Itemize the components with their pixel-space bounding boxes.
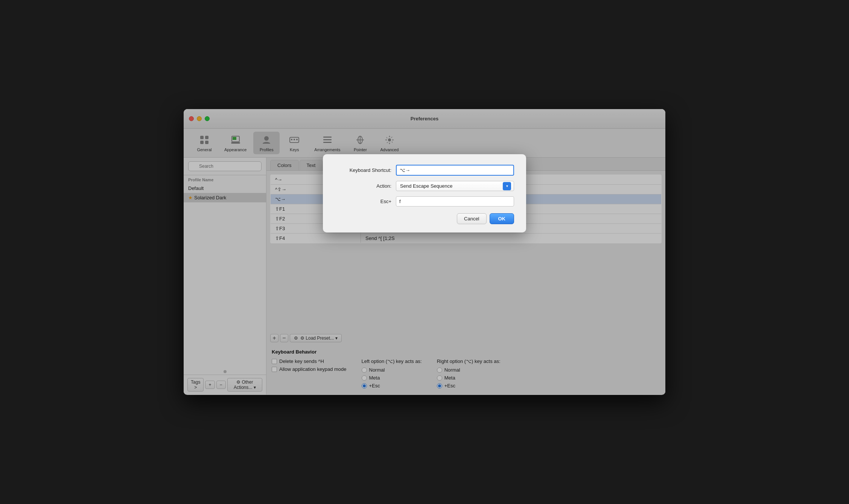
preferences-window: Preferences General Ap <box>184 109 665 395</box>
action-row: Action: Send Escape Sequence Send Text S… <box>335 181 514 191</box>
modal-overlay: Keyboard Shortcut: Action: Send Escape S… <box>184 109 665 395</box>
esc-row: Esc+ <box>335 196 514 206</box>
action-label: Action: <box>335 183 391 189</box>
shortcut-input[interactable] <box>396 165 514 176</box>
modal-buttons: Cancel OK <box>335 213 514 224</box>
ok-button[interactable]: OK <box>490 213 514 224</box>
cancel-button[interactable]: Cancel <box>457 213 486 224</box>
action-select-wrap: Send Escape Sequence Send Text Select Me… <box>396 181 514 191</box>
esc-input[interactable] <box>396 196 514 206</box>
keyboard-shortcut-modal: Keyboard Shortcut: Action: Send Escape S… <box>323 154 526 232</box>
esc-label: Esc+ <box>335 199 391 204</box>
shortcut-label: Keyboard Shortcut: <box>335 167 391 173</box>
action-select[interactable]: Send Escape Sequence Send Text Select Me… <box>396 181 514 191</box>
shortcut-row: Keyboard Shortcut: <box>335 165 514 176</box>
